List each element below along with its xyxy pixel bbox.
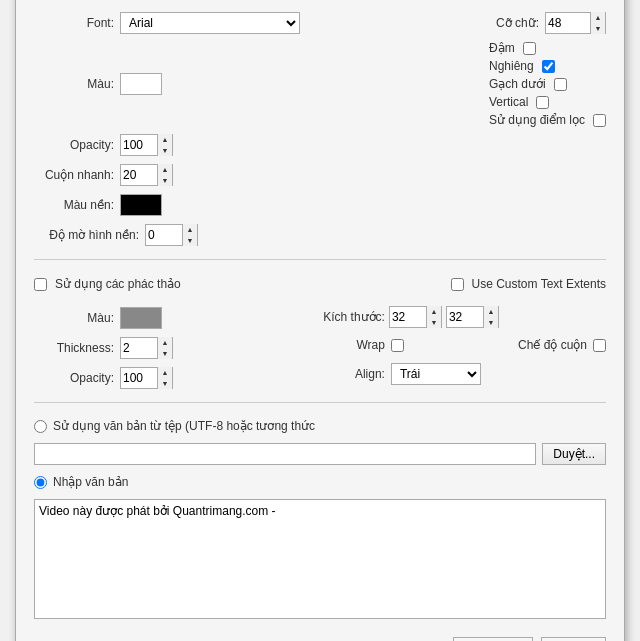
- che-do-cuon-label: Chế độ cuộn: [518, 338, 587, 352]
- middle-section: Màu: Thickness: ▲ ▼ Opacity:: [34, 306, 606, 390]
- kich-thuoc-spinner2[interactable]: ▲ ▼: [446, 306, 499, 328]
- dong-y-button[interactable]: Đồng ý: [453, 637, 533, 641]
- opacity2-input[interactable]: [121, 368, 157, 388]
- middle-left: Màu: Thickness: ▲ ▼ Opacity:: [34, 306, 285, 390]
- opacity-spinner[interactable]: ▲ ▼: [120, 134, 173, 156]
- do-mo-label: Độ mờ hình nền:: [34, 228, 139, 242]
- do-mo-spinner-btns: ▲ ▼: [182, 224, 197, 246]
- vertical-checkbox[interactable]: [536, 96, 549, 109]
- mau-color-row: Màu:: [34, 41, 443, 127]
- thickness-row: Thickness: ▲ ▼: [34, 336, 285, 360]
- do-mo-row: Độ mờ hình nền: ▲ ▼: [34, 223, 606, 247]
- browse-button[interactable]: Duyệt...: [542, 443, 606, 465]
- kich-thuoc-down1[interactable]: ▼: [427, 317, 441, 328]
- co-chu-up[interactable]: ▲: [591, 12, 605, 23]
- do-mo-up[interactable]: ▲: [183, 224, 197, 235]
- checkboxes-col: Đậm Nghiêng Gạch dưới Vertical Sử dụng đ…: [489, 41, 606, 127]
- text-textarea[interactable]: Video này được phát bởi Quantrimang.com …: [34, 499, 606, 619]
- cuon-nhanh-row: Cuộn nhanh: ▲ ▼: [34, 163, 606, 187]
- mau-label: Màu:: [34, 77, 114, 91]
- mau-nen-color-picker[interactable]: [120, 194, 162, 216]
- radio-input[interactable]: [34, 476, 47, 489]
- kich-thuoc-down2[interactable]: ▼: [484, 317, 498, 328]
- gach-duoi-checkbox[interactable]: [554, 78, 567, 91]
- kich-thuoc-row: Kích thước: ▲ ▼ ▲ ▼: [305, 306, 606, 328]
- kich-thuoc-btns1: ▲ ▼: [426, 306, 441, 328]
- wrap-checkbox[interactable]: [391, 339, 404, 352]
- dam-label: Đậm: [489, 41, 515, 55]
- kich-thuoc-up2[interactable]: ▲: [484, 306, 498, 317]
- opacity-spinner-btns: ▲ ▼: [157, 134, 172, 156]
- thickness-label: Thickness:: [34, 341, 114, 355]
- kich-thuoc-input1[interactable]: [390, 307, 426, 327]
- mau-nen-row: Màu nền:: [34, 193, 606, 217]
- thickness-down[interactable]: ▼: [158, 348, 172, 359]
- gach-duoi-label: Gạch dưới: [489, 77, 546, 91]
- nghieng-label: Nghiêng: [489, 59, 534, 73]
- font-select[interactable]: Arial Times New Roman Courier New Verdan…: [120, 12, 300, 34]
- su-dung-diem-loc-checkbox[interactable]: [593, 114, 606, 127]
- kich-thuoc-label: Kích thước:: [305, 310, 385, 324]
- radio-input-label: Nhập văn bản: [53, 475, 128, 489]
- use-custom-checkbox[interactable]: [451, 278, 464, 291]
- middle-right: Kích thước: ▲ ▼ ▲ ▼: [305, 306, 606, 390]
- do-mo-down[interactable]: ▼: [183, 235, 197, 246]
- mau2-color-picker[interactable]: [120, 307, 162, 329]
- opacity-row: Opacity: ▲ ▼: [34, 133, 606, 157]
- co-chu-spinner[interactable]: ▲ ▼: [545, 12, 606, 34]
- opacity-input[interactable]: [121, 135, 157, 155]
- dam-row: Đậm: [489, 41, 606, 55]
- do-mo-input[interactable]: [146, 225, 182, 245]
- mau2-label: Màu:: [34, 311, 114, 325]
- mau-color-picker[interactable]: [120, 73, 162, 95]
- thickness-spinner[interactable]: ▲ ▼: [120, 337, 173, 359]
- dialog-body: Font: Arial Times New Roman Courier New …: [16, 0, 624, 629]
- kich-thuoc-input2[interactable]: [447, 307, 483, 327]
- co-chu-down[interactable]: ▼: [591, 23, 605, 34]
- divider2: [34, 402, 606, 403]
- opacity-label: Opacity:: [34, 138, 114, 152]
- radio-file[interactable]: [34, 420, 47, 433]
- font-label: Font:: [34, 16, 114, 30]
- cuon-nhanh-input[interactable]: [121, 165, 157, 185]
- use-custom-label: Use Custom Text Extents: [472, 277, 607, 291]
- wrap-label: Wrap: [305, 338, 385, 352]
- mau2-row: Màu:: [34, 306, 285, 330]
- che-do-cuon-checkbox[interactable]: [593, 339, 606, 352]
- font-row: Font: Arial Times New Roman Courier New …: [34, 11, 606, 35]
- divider1: [34, 259, 606, 260]
- phac-thao-custom-row: Sử dụng các phác thảo Use Custom Text Ex…: [34, 272, 606, 296]
- co-chu-spinner-btns: ▲ ▼: [590, 12, 605, 34]
- kich-thuoc-up1[interactable]: ▲: [427, 306, 441, 317]
- opacity2-up[interactable]: ▲: [158, 367, 172, 378]
- thickness-input[interactable]: [121, 338, 157, 358]
- kich-thuoc-spinner1[interactable]: ▲ ▼: [389, 306, 442, 328]
- thickness-up[interactable]: ▲: [158, 337, 172, 348]
- align-select[interactable]: Trái Giữa Phải: [391, 363, 481, 385]
- opacity-up[interactable]: ▲: [158, 134, 172, 145]
- cuon-nhanh-spinner[interactable]: ▲ ▼: [120, 164, 173, 186]
- opacity2-spinner[interactable]: ▲ ▼: [120, 367, 173, 389]
- su-dung-diem-loc-row: Sử dụng điểm lọc: [489, 113, 606, 127]
- do-mo-spinner[interactable]: ▲ ▼: [145, 224, 198, 246]
- co-chu-input[interactable]: [546, 13, 590, 33]
- nghieng-checkbox[interactable]: [542, 60, 555, 73]
- file-path-input[interactable]: [34, 443, 536, 465]
- cuon-nhanh-down[interactable]: ▼: [158, 175, 172, 186]
- opacity2-label: Opacity:: [34, 371, 114, 385]
- huy-button[interactable]: Hủy: [541, 637, 606, 641]
- su-dung-phac-thao-checkbox[interactable]: [34, 278, 47, 291]
- vertical-row: Vertical: [489, 95, 606, 109]
- opacity2-spinner-btns: ▲ ▼: [157, 367, 172, 389]
- opacity2-row: Opacity: ▲ ▼: [34, 366, 285, 390]
- wrap-cuon-row: Wrap Chế độ cuộn: [305, 333, 606, 357]
- thickness-spinner-btns: ▲ ▼: [157, 337, 172, 359]
- opacity2-down[interactable]: ▼: [158, 378, 172, 389]
- cuon-nhanh-up[interactable]: ▲: [158, 164, 172, 175]
- mau-nen-label: Màu nền:: [34, 198, 114, 212]
- dam-checkbox[interactable]: [523, 42, 536, 55]
- vertical-label: Vertical: [489, 95, 528, 109]
- opacity-down[interactable]: ▼: [158, 145, 172, 156]
- su-dung-phac-thao-label: Sử dụng các phác thảo: [55, 277, 181, 291]
- kich-thuoc-btns2: ▲ ▼: [483, 306, 498, 328]
